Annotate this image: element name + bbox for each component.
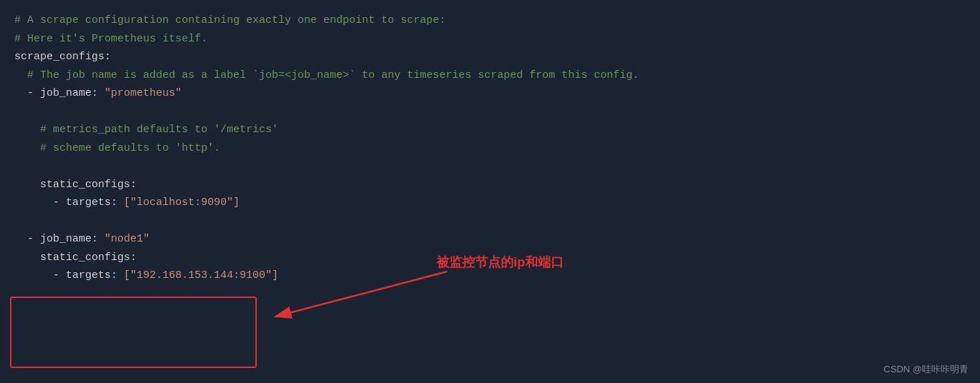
code-line-9: [14, 157, 966, 176]
code-line-8: # scheme defaults to 'http'.: [14, 139, 966, 158]
code-line-1: # A scrape configuration containing exac…: [14, 11, 966, 30]
code-line-11: - targets: ["localhost:9090"]: [14, 194, 966, 212]
annotation-text: 被监控节点的ip和端口: [436, 254, 564, 271]
code-line-13: - job_name: "node1": [14, 230, 966, 249]
code-line-4: # The job name is added as a label `job=…: [14, 66, 966, 85]
code-line-3: scrape_configs:: [14, 48, 966, 66]
code-line-6: [14, 103, 966, 121]
code-line-7: # metrics_path defaults to '/metrics': [14, 121, 966, 139]
watermark: CSDN @哇咔咔明青: [883, 363, 969, 376]
code-block: # A scrape configuration containing exac…: [0, 0, 980, 297]
code-line-2: # Here it's Prometheus itself.: [14, 30, 966, 49]
code-line-12: [14, 212, 966, 231]
code-line-5: - job_name: "prometheus": [14, 84, 966, 103]
highlight-box: [10, 297, 257, 368]
code-line-10: static_configs:: [14, 176, 966, 194]
